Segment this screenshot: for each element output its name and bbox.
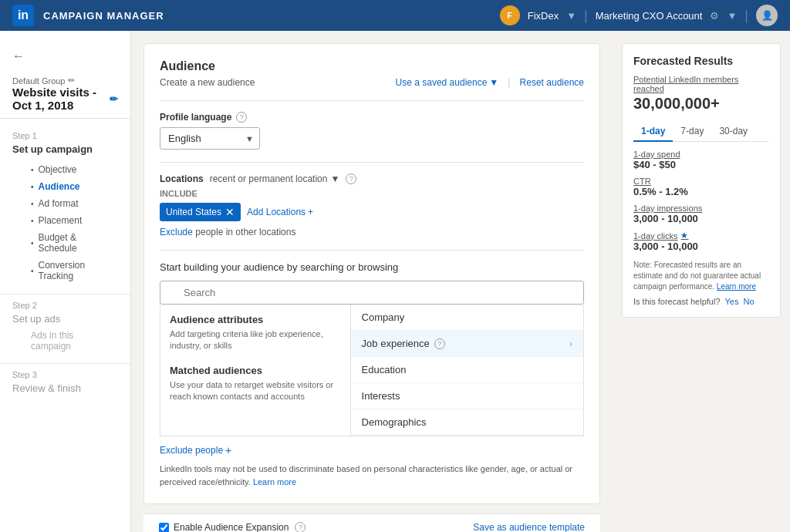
sidebar: ← Default Group ✏ Website visits - Oct 1… bbox=[0, 31, 131, 532]
sidebar-item-audience[interactable]: Audience bbox=[12, 178, 118, 195]
include-label: INCLUDE bbox=[160, 189, 584, 198]
step3-title: Review & finish bbox=[12, 382, 118, 394]
location-tag-us: United States ✕ bbox=[160, 203, 241, 221]
metric-spend: 1-day spend $40 - $50 bbox=[633, 150, 769, 170]
metric-clicks-value: 3,000 - 10,000 bbox=[633, 241, 769, 252]
enable-expansion-label[interactable]: Enable Audience Expansion bbox=[159, 522, 289, 532]
back-button[interactable]: ← bbox=[0, 43, 130, 66]
nav-separator-2: | bbox=[744, 8, 748, 24]
plus-icon: + bbox=[308, 207, 313, 217]
use-saved-audience-button[interactable]: Use a saved audience ▼ bbox=[396, 77, 499, 88]
disclaimer-learn-more[interactable]: Learn more bbox=[253, 477, 296, 487]
audience-attributes-desc: Add targeting criteria like job experien… bbox=[170, 328, 341, 352]
audience-left-panel: Audience attributes Add targeting criter… bbox=[160, 305, 351, 436]
page-header: Default Group ✏ Website visits - Oct 1, … bbox=[0, 66, 130, 119]
step1-section: Step 1 Set up campaign Objective Audienc… bbox=[0, 125, 130, 291]
page-title: Website visits - Oct 1, 2018 ✏ bbox=[12, 86, 118, 112]
exclude-people-section: Exclude people + bbox=[160, 444, 584, 456]
metric-impressions-value: 3,000 - 10,000 bbox=[633, 213, 769, 224]
top-nav: in CAMPAIGN MANAGER F FixDex ▼ | Marketi… bbox=[0, 0, 790, 31]
user-avatar[interactable]: 👤 bbox=[756, 5, 778, 26]
search-section: Start building your audience by searchin… bbox=[160, 261, 584, 436]
nav-separator: | bbox=[584, 8, 588, 24]
remove-location-button[interactable]: ✕ bbox=[225, 206, 235, 218]
tab-7day[interactable]: 7-day bbox=[673, 122, 711, 142]
sidebar-item-ad-format[interactable]: Ad format bbox=[12, 195, 118, 212]
account-info: F FixDex ▼ | Marketing CXO Account ⚙ ▼ |… bbox=[500, 5, 778, 26]
save-template-button[interactable]: Save as audience template bbox=[473, 522, 585, 532]
matched-audiences-desc: Use your data to retarget website visito… bbox=[170, 379, 341, 403]
audience-right-panel: Company Job experience ? › Education bbox=[351, 305, 583, 436]
locations-label: Locations bbox=[160, 173, 204, 184]
account-name[interactable]: FixDex bbox=[528, 10, 559, 22]
edit-group-icon[interactable]: ✏ bbox=[68, 76, 75, 86]
search-wrapper: 🔍 bbox=[160, 281, 584, 305]
menu-item-company[interactable]: Company bbox=[351, 305, 583, 331]
breadcrumb: Default Group ✏ bbox=[12, 76, 118, 86]
metric-clicks: 1-day clicks ★ 3,000 - 10,000 bbox=[633, 231, 769, 252]
step3-section: Step 3 Review & finish bbox=[0, 363, 130, 403]
forecast-card: Forecasted Results Potential LinkedIn me… bbox=[622, 43, 781, 318]
chevron-right-icon: › bbox=[569, 338, 572, 349]
profile-language-info-icon[interactable]: ? bbox=[236, 112, 247, 123]
search-input[interactable] bbox=[160, 281, 584, 305]
matched-audiences-title: Matched audiences bbox=[170, 365, 341, 376]
audience-table: Audience attributes Add targeting criter… bbox=[160, 305, 584, 436]
sidebar-item-conversion[interactable]: Conversion Tracking bbox=[12, 257, 118, 285]
profile-language-select-wrapper: English ▼ bbox=[160, 127, 260, 150]
locations-row: Locations recent or permanent location ▼… bbox=[160, 173, 584, 184]
enable-expansion-checkbox[interactable] bbox=[159, 523, 169, 533]
metric-spend-label: 1-day spend bbox=[633, 150, 769, 159]
sidebar-item-objective[interactable]: Objective bbox=[12, 161, 118, 178]
sidebar-item-placement[interactable]: Placement bbox=[12, 212, 118, 229]
exclude-people-text: people in other locations bbox=[195, 227, 295, 237]
tags-row: United States ✕ Add Locations + bbox=[160, 203, 584, 221]
audience-subtitle: Create a new audience bbox=[160, 77, 255, 88]
location-type-button[interactable]: recent or permanent location ▼ bbox=[210, 173, 340, 184]
step1-label: Step 1 bbox=[12, 131, 118, 140]
marketing-account[interactable]: Marketing CXO Account bbox=[596, 10, 703, 22]
exclude-link[interactable]: Exclude bbox=[160, 227, 193, 237]
step1-title: Set up campaign bbox=[12, 143, 118, 155]
sidebar-item-ads[interactable]: Ads in this campaign bbox=[12, 328, 118, 354]
helpful-yes-button[interactable]: Yes bbox=[725, 297, 739, 306]
linkedin-logo: in bbox=[12, 5, 34, 26]
profile-language-select[interactable]: English bbox=[160, 127, 260, 150]
menu-item-demographics[interactable]: Demographics bbox=[351, 409, 583, 436]
locations-info-icon[interactable]: ? bbox=[346, 173, 356, 184]
app-title: CAMPAIGN MANAGER bbox=[43, 10, 164, 22]
edit-title-icon[interactable]: ✏ bbox=[110, 93, 118, 105]
helpful-no-button[interactable]: No bbox=[743, 297, 754, 306]
tab-1day[interactable]: 1-day bbox=[633, 122, 673, 142]
exclude-people-button[interactable]: Exclude people + bbox=[160, 444, 231, 456]
forecast-reach-label: Potential LinkedIn members reached bbox=[633, 75, 769, 93]
forecast-reach-value: 30,000,000+ bbox=[633, 95, 769, 113]
expansion-info-icon[interactable]: ? bbox=[295, 522, 306, 532]
job-experience-info-icon[interactable]: ? bbox=[434, 338, 445, 349]
audience-title: Audience bbox=[160, 59, 584, 73]
menu-item-interests[interactable]: Interests bbox=[351, 383, 583, 409]
matched-audiences-section: Matched audiences Use your data to retar… bbox=[170, 365, 341, 403]
audience-actions: Use a saved audience ▼ | Reset audience bbox=[396, 76, 584, 88]
sidebar-item-budget[interactable]: Budget & Schedule bbox=[12, 229, 118, 257]
audience-subtitle-row: Create a new audience Use a saved audien… bbox=[160, 76, 584, 88]
locations-section: Locations recent or permanent location ▼… bbox=[160, 173, 584, 237]
disclaimer-text: LinkedIn tools may not be used to discri… bbox=[160, 463, 584, 488]
helpful-row: Is this forecast helpful? Yes No bbox=[633, 297, 769, 306]
menu-item-education[interactable]: Education bbox=[351, 357, 583, 383]
forecast-tabs: 1-day 7-day 30-day bbox=[633, 122, 769, 142]
forecast-panel: Forecasted Results Potential LinkedIn me… bbox=[613, 31, 790, 532]
audience-card: Audience Create a new audience Use a sav… bbox=[143, 43, 600, 504]
add-locations-button[interactable]: Add Locations + bbox=[247, 207, 313, 217]
search-section-title: Start building your audience by searchin… bbox=[160, 261, 584, 273]
forecast-learn-more[interactable]: Learn more bbox=[717, 282, 756, 291]
metric-ctr: CTR 0.5% - 1.2% bbox=[633, 177, 769, 197]
profile-language-section: Profile language ? English ▼ bbox=[160, 112, 584, 150]
metric-impressions: 1-day impressions 3,000 - 10,000 bbox=[633, 204, 769, 224]
menu-item-job-experience[interactable]: Job experience ? › bbox=[351, 331, 583, 357]
account-icon: F bbox=[500, 5, 520, 25]
tab-30day[interactable]: 30-day bbox=[711, 122, 755, 142]
reset-audience-button[interactable]: Reset audience bbox=[520, 77, 584, 88]
content-area: Audience Create a new audience Use a sav… bbox=[131, 31, 613, 532]
footer-row: Enable Audience Expansion ? Save as audi… bbox=[143, 513, 600, 532]
